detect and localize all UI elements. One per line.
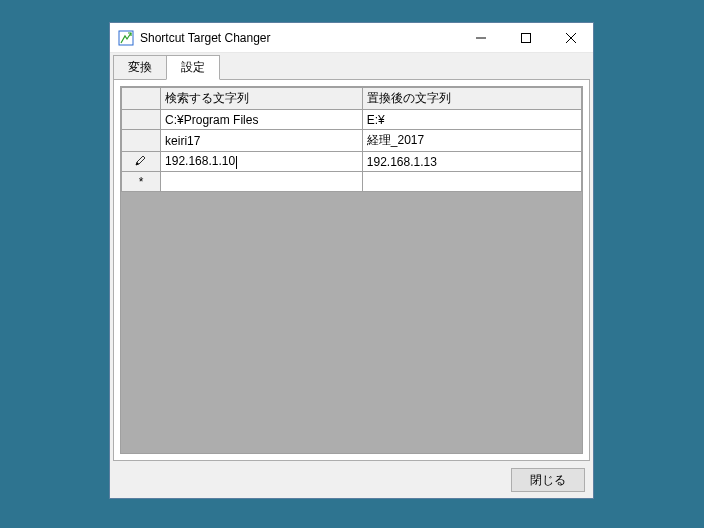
cell-search[interactable]: keiri17 (161, 130, 363, 152)
row-header-editing[interactable] (122, 152, 161, 172)
grid-row[interactable]: keiri17 経理_2017 (122, 130, 582, 152)
app-window: Shortcut Target Changer 変換 設定 (109, 22, 594, 499)
minimize-button[interactable] (458, 23, 503, 52)
grid-corner[interactable] (122, 88, 161, 110)
window-controls (458, 23, 593, 52)
maximize-button[interactable] (503, 23, 548, 52)
window-title: Shortcut Target Changer (140, 31, 458, 45)
col-header-replace[interactable]: 置換後の文字列 (362, 88, 581, 110)
cell-replace[interactable]: 192.168.1.13 (362, 152, 581, 172)
pencil-icon (135, 155, 147, 169)
grid-row-editing[interactable]: 192.168.1.10 192.168.1.13 (122, 152, 582, 172)
text-caret-icon (236, 156, 237, 169)
close-button[interactable] (548, 23, 593, 52)
client-area: 変換 設定 検索する文字列 置換後の文字列 (110, 53, 593, 498)
row-header[interactable] (122, 110, 161, 130)
row-header[interactable] (122, 130, 161, 152)
titlebar[interactable]: Shortcut Target Changer (110, 23, 593, 53)
settings-grid[interactable]: 検索する文字列 置換後の文字列 C:¥Program Files E:¥ kei (120, 86, 583, 454)
footer: 閉じる (110, 464, 593, 498)
grid-row[interactable]: C:¥Program Files E:¥ (122, 110, 582, 130)
cell-search[interactable]: C:¥Program Files (161, 110, 363, 130)
cell-search-empty[interactable] (161, 172, 363, 192)
col-header-search[interactable]: 検索する文字列 (161, 88, 363, 110)
cell-replace[interactable]: E:¥ (362, 110, 581, 130)
close-action-button[interactable]: 閉じる (511, 468, 585, 492)
cell-replace[interactable]: 経理_2017 (362, 130, 581, 152)
cell-replace-empty[interactable] (362, 172, 581, 192)
row-header-new[interactable]: * (122, 172, 161, 192)
tab-convert[interactable]: 変換 (113, 55, 167, 80)
grid-empty-area (121, 192, 582, 453)
cell-search-editing[interactable]: 192.168.1.10 (161, 152, 363, 172)
cell-editing-value: 192.168.1.10 (165, 154, 235, 168)
app-icon (118, 30, 134, 46)
svg-rect-2 (521, 33, 530, 42)
grid-row-new[interactable]: * (122, 172, 582, 192)
tab-panel-settings: 検索する文字列 置換後の文字列 C:¥Program Files E:¥ kei (113, 79, 590, 461)
tab-strip: 変換 設定 (110, 53, 593, 80)
tab-settings[interactable]: 設定 (166, 55, 220, 80)
